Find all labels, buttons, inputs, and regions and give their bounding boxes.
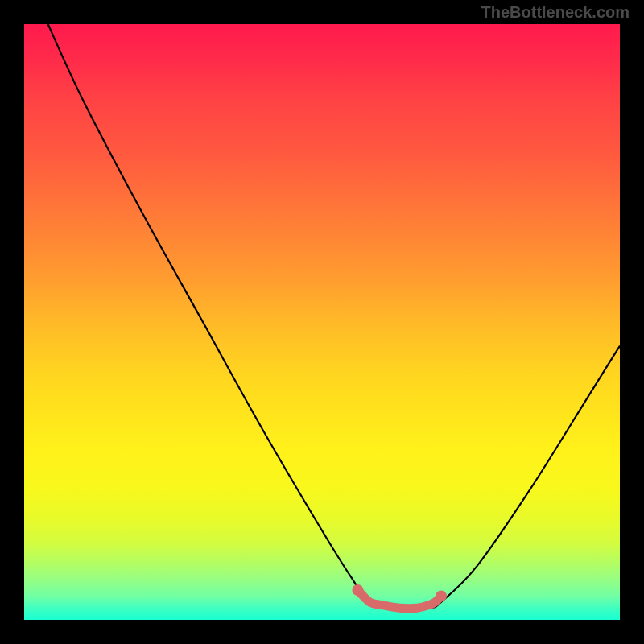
chart-frame: TheBottleneck.com <box>0 0 644 644</box>
chart-svg <box>24 24 620 620</box>
optimal-zone-highlight <box>357 590 441 609</box>
bottleneck-curve <box>48 24 620 609</box>
optimal-zone-start-dot <box>352 584 363 596</box>
watermark-text: TheBottleneck.com <box>481 3 630 22</box>
plot-area <box>24 24 620 620</box>
optimal-zone-end-dot <box>436 590 447 601</box>
